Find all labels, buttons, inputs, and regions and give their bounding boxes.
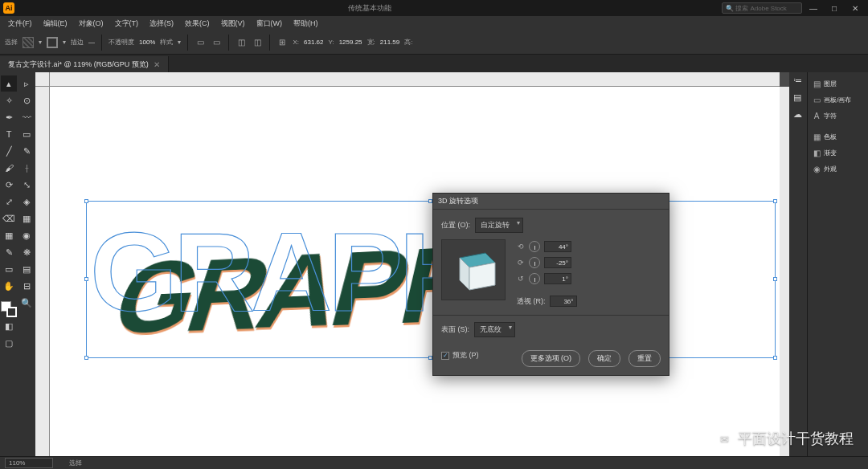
slice-tool[interactable]: ⊟ <box>18 278 35 294</box>
rot-y-dial[interactable] <box>529 257 540 268</box>
selection-tool[interactable]: ▴ <box>1 75 17 92</box>
window-close-button[interactable]: ✕ <box>845 2 865 14</box>
rectangle-tool[interactable]: ▭ <box>18 126 35 142</box>
free-transform-tool[interactable]: ⤡ <box>18 177 35 193</box>
properties-panel-icon[interactable]: ≔ <box>789 72 805 88</box>
bbox-handle[interactable] <box>773 277 777 281</box>
panel-appearance[interactable]: ◉外观 <box>808 161 868 177</box>
menu-edit[interactable]: 编辑(E) <box>39 17 72 31</box>
bbox-handle[interactable] <box>84 356 88 360</box>
zoom-input[interactable]: 110% <box>5 458 53 468</box>
width-tool[interactable]: ⟊ <box>18 160 35 176</box>
scale-tool[interactable]: ⤢ <box>1 194 17 210</box>
color-swatches[interactable] <box>1 301 17 317</box>
eyedropper-tool[interactable]: ✎ <box>1 244 17 260</box>
screen-mode-icon[interactable]: ▢ <box>1 335 17 351</box>
fill-dropdown-icon[interactable]: ▾ <box>39 39 42 46</box>
eraser-tool[interactable]: ⌫ <box>1 210 17 226</box>
align-icon-2[interactable]: ▭ <box>211 37 222 48</box>
menu-file[interactable]: 文件(F) <box>3 17 37 31</box>
preview-label: 预览 (P) <box>452 350 479 361</box>
style-dropdown-icon[interactable]: ▾ <box>178 39 181 46</box>
w-value[interactable]: 211.59 <box>380 39 399 46</box>
menu-help[interactable]: 帮助(H) <box>289 17 323 31</box>
panel-swatches[interactable]: ▦色板 <box>808 128 868 145</box>
graph-tool[interactable]: ▤ <box>18 261 35 277</box>
gradient-tool[interactable]: ▦ <box>1 227 17 243</box>
menu-select[interactable]: 选择(S) <box>145 17 178 31</box>
stroke-value[interactable]: — <box>88 39 95 46</box>
direct-selection-tool[interactable]: ▹ <box>18 75 35 92</box>
fill-swatch[interactable] <box>23 37 34 48</box>
rot-z-dial[interactable] <box>529 273 540 284</box>
status-selection-label: 选择 <box>69 459 82 467</box>
menu-effect[interactable]: 效果(C) <box>180 17 215 31</box>
opacity-value[interactable]: 100% <box>139 39 155 46</box>
color-mode-icon[interactable]: ◧ <box>1 318 17 334</box>
dialog-titlebar[interactable]: 3D 旋转选项 <box>433 194 669 210</box>
layers-panel-icon[interactable]: ▤ <box>789 89 805 105</box>
zoom-tool[interactable]: 🔍 <box>18 295 35 311</box>
shape-icon[interactable]: ◫ <box>235 37 247 48</box>
bbox-handle[interactable] <box>773 356 777 360</box>
pen-tool[interactable]: ✒ <box>1 109 17 125</box>
symbol-sprayer-tool[interactable]: ❋ <box>18 244 35 260</box>
rotate-tool[interactable]: ⟳ <box>1 177 17 193</box>
perspective-label: 透视 (R): <box>517 296 546 307</box>
ruler-horizontal[interactable] <box>50 72 780 87</box>
line-tool[interactable]: ╱ <box>1 143 17 159</box>
magic-wand-tool[interactable]: ✧ <box>1 92 17 108</box>
bbox-handle[interactable] <box>84 199 88 203</box>
shape-icon-2[interactable]: ◫ <box>252 37 263 48</box>
position-dropdown[interactable]: 自定旋转 <box>475 218 523 233</box>
rot-y-input[interactable]: -25° <box>544 257 571 268</box>
swatch-icon: ▦ <box>812 132 821 141</box>
panel-character[interactable]: A字符 <box>808 108 868 124</box>
x-value[interactable]: 631.62 <box>304 39 323 46</box>
menu-view[interactable]: 视图(V) <box>216 17 250 31</box>
rot-z-input[interactable]: 1° <box>544 273 571 284</box>
menu-object[interactable]: 对象(O) <box>74 17 108 31</box>
document-tab[interactable]: 复古文字设计.ai* @ 119% (RGB/GPU 预览) ✕ <box>0 56 169 72</box>
rotation-cube-widget[interactable] <box>441 239 506 300</box>
lasso-tool[interactable]: ⊙ <box>18 92 35 108</box>
stroke-dropdown-icon[interactable]: ▾ <box>63 39 66 46</box>
blend-tool[interactable]: ◉ <box>18 227 35 243</box>
ruler-vertical[interactable] <box>35 87 50 456</box>
panel-artboards[interactable]: ▭画板/画布 <box>808 92 868 108</box>
menu-window[interactable]: 窗口(W) <box>252 17 288 31</box>
reset-button[interactable]: 重置 <box>628 350 661 367</box>
more-options-button[interactable]: 更多选项 (O) <box>522 350 581 367</box>
shape-builder-tool[interactable]: ◈ <box>18 194 35 210</box>
curvature-tool[interactable]: 〰 <box>18 109 35 125</box>
hand-tool[interactable]: ✋ <box>1 278 17 294</box>
artboard-tool[interactable]: ▭ <box>1 261 17 277</box>
align-icon[interactable]: ▭ <box>194 37 206 48</box>
bbox-handle[interactable] <box>84 277 88 281</box>
tab-close-icon[interactable]: ✕ <box>154 60 160 69</box>
shaper-tool[interactable]: ✎ <box>18 143 35 159</box>
y-value[interactable]: 1259.25 <box>339 39 362 46</box>
bbox-handle[interactable] <box>773 199 777 203</box>
search-stock-input[interactable]: 🔍 搜索 Adobe Stock <box>722 2 802 14</box>
surface-dropdown[interactable]: 无底纹 <box>474 322 515 337</box>
mesh-tool[interactable]: ▦ <box>18 210 35 226</box>
window-maximize-button[interactable]: □ <box>825 2 844 14</box>
canvas[interactable]: GRAPHIC GRAPHIC <box>50 87 780 456</box>
rot-x-input[interactable]: 44° <box>544 241 571 252</box>
libraries-panel-icon[interactable]: ☁ <box>789 106 805 122</box>
panel-gradient[interactable]: ◧渐变 <box>808 145 868 161</box>
preview-checkbox[interactable]: ✓ 预览 (P) <box>441 350 479 361</box>
panel-layers[interactable]: ▤图层 <box>808 75 868 92</box>
stroke-swatch[interactable] <box>47 37 58 48</box>
type-tool[interactable]: T <box>1 126 17 142</box>
menu-type[interactable]: 文字(T) <box>110 17 144 31</box>
perspective-input[interactable]: 36° <box>550 296 577 307</box>
brush-tool[interactable]: 🖌 <box>1 160 17 176</box>
toolbar-left-a: ▴ ✧ ✒ T ╱ 🖌 ⟳ ⤢ ⌫ ▦ ✎ ▭ ✋ ◧ ▢ <box>0 72 18 456</box>
scrollbar-vertical[interactable] <box>780 87 789 456</box>
rot-x-dial[interactable] <box>529 241 540 252</box>
transform-icon[interactable]: ⊞ <box>276 37 288 48</box>
ok-button[interactable]: 确定 <box>588 350 620 367</box>
window-minimize-button[interactable]: — <box>804 2 823 14</box>
